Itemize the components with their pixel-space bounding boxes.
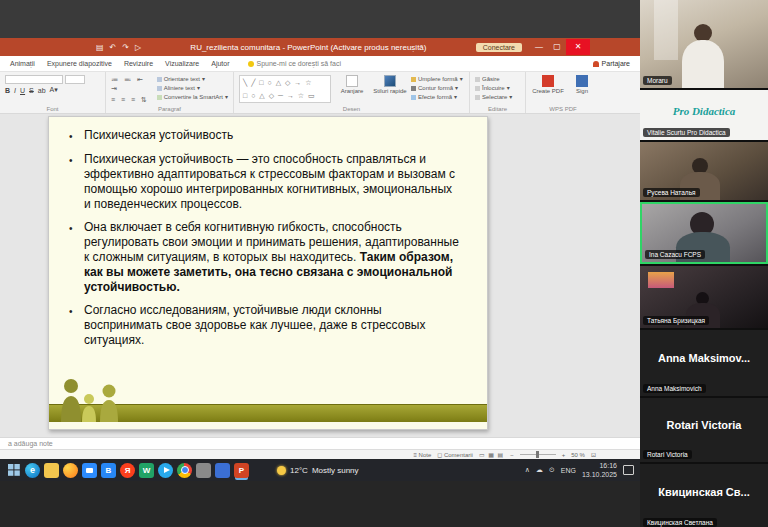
participants-panel: Moraru Pro Didactica Vitalie Scurtu Pro …: [640, 0, 768, 527]
zoom-app-icon[interactable]: [82, 463, 97, 478]
powerpoint-taskbar-icon[interactable]: P: [234, 463, 249, 478]
word-icon[interactable]: W: [139, 463, 154, 478]
file-explorer-icon[interactable]: [44, 463, 59, 478]
lightbulb-icon: [248, 61, 254, 67]
sign-icon: [576, 75, 588, 87]
weather-widget[interactable]: 12°C Mostly sunny: [277, 466, 359, 475]
firefox-icon[interactable]: [63, 463, 78, 478]
slide-text-block[interactable]: • Психическая устойчивость • Психическая…: [49, 117, 487, 348]
clock[interactable]: 16:16 13.10.2025: [582, 461, 617, 479]
shapes-gallery[interactable]: ╲ ╱ □ ○ △ ◇ → ☆□ ○ △ ◇ ─ → ☆ ▭: [239, 75, 331, 103]
participant-name-chip: Русева Наталья: [643, 188, 700, 197]
comments-toggle[interactable]: ◻ Comentarii: [437, 451, 473, 458]
weather-condition: Mostly sunny: [312, 466, 359, 475]
language-indicator[interactable]: ENG: [561, 467, 576, 474]
participant-display-name: Rotari Victoria: [667, 419, 742, 431]
minimize-button[interactable]: —: [530, 39, 548, 55]
wps-pdf-group: Create PDF Sign WPS PDF: [526, 72, 600, 113]
font-size-combo[interactable]: [65, 75, 85, 84]
volume-icon[interactable]: ⊙: [549, 466, 555, 474]
sign-button[interactable]: Sign: [569, 75, 595, 94]
bullet-item: • Психическая устойчивость — это способн…: [69, 152, 461, 212]
participant-tile[interactable]: Pro Didactica Vitalie Scurtu Pro Didacti…: [640, 90, 768, 140]
select-button[interactable]: Selectare ▾: [475, 93, 512, 101]
shape-fill-button[interactable]: Umplere formă ▾: [411, 75, 463, 83]
bullet-item: • Согласно исследованиям, устойчивые люд…: [69, 303, 461, 348]
participant-tile[interactable]: Татьяна Бризицкая: [640, 266, 768, 328]
date: 13.10.2025: [582, 470, 617, 479]
drawing-group: ╲ ╱ □ ○ △ ◇ → ☆□ ○ △ ◇ ─ → ☆ ▭ Aranjare …: [234, 72, 470, 113]
align-buttons[interactable]: ≡ ≡ ≡ ⇅: [111, 95, 153, 104]
start-button[interactable]: [6, 463, 21, 478]
tab-slideshow[interactable]: Expunere diapozitive: [47, 60, 112, 67]
arrange-button[interactable]: Aranjare: [335, 75, 369, 94]
notes-panel[interactable]: a adăuga note: [0, 437, 640, 449]
sign-in-button[interactable]: Conectare: [476, 43, 522, 52]
find-button[interactable]: Găsire: [475, 75, 512, 83]
undo-icon[interactable]: ↶: [110, 43, 117, 52]
ribbon: BIUSabA▾ Font ≔ ≕ ⇤ ⇥ ≡ ≡ ≡ ⇅ Orientare …: [0, 72, 640, 114]
pro-didactica-logo: Pro Didactica: [673, 105, 736, 117]
font-name-combo[interactable]: [5, 75, 63, 84]
paragraph-group: ≔ ≕ ⇤ ⇥ ≡ ≡ ≡ ⇅ Orientare text ▾ Alinier…: [106, 72, 234, 113]
powerpoint-window: ▤ ↶ ↷ ▷ RU_rezilienta comunitara - Power…: [0, 38, 640, 459]
chrome-icon[interactable]: [177, 463, 192, 478]
participant-tile[interactable]: Moraru: [640, 0, 768, 88]
ppt-titlebar: ▤ ↶ ↷ ▷ RU_rezilienta comunitara - Power…: [0, 38, 640, 56]
notification-center-icon[interactable]: [623, 465, 634, 475]
notes-toggle[interactable]: ≡ Note: [413, 452, 431, 458]
participant-tile-active-speaker[interactable]: Ina Cazacu FCPS: [640, 202, 768, 264]
app-icon[interactable]: [215, 463, 230, 478]
tab-help[interactable]: Ajutor: [211, 60, 229, 67]
create-pdf-button[interactable]: Create PDF: [531, 75, 565, 94]
participant-tile[interactable]: Rotari Victoria Rotari Victoria: [640, 398, 768, 462]
text-direction-button[interactable]: Orientare text ▾: [157, 75, 228, 83]
editing-group: Găsire Înlocuire ▾ Selectare ▾ Editare: [470, 72, 526, 113]
weather-temp: 12°C: [290, 466, 308, 475]
fit-slide-button[interactable]: ⊡: [591, 451, 596, 458]
share-button[interactable]: Partajare: [593, 60, 630, 67]
system-tray: ∧ ☁ ⊙ ENG 16:16 13.10.2025: [525, 461, 634, 479]
zoom-out-button[interactable]: −: [510, 452, 514, 458]
yandex-icon[interactable]: Я: [120, 463, 135, 478]
participant-tile[interactable]: Anna Maksimov... Anna Maksimovich: [640, 330, 768, 396]
start-presentation-icon[interactable]: ▷: [135, 43, 141, 52]
participant-name-chip: Vitalie Scurtu Pro Didactica: [643, 128, 730, 137]
slide-canvas[interactable]: • Психическая устойчивость • Психическая…: [48, 116, 488, 430]
quick-styles-icon: [384, 75, 396, 87]
telegram-icon[interactable]: [158, 463, 173, 478]
replace-button[interactable]: Înlocuire ▾: [475, 84, 512, 92]
zoom-level[interactable]: 50 %: [571, 452, 585, 458]
list-buttons[interactable]: ≔ ≕ ⇤ ⇥: [111, 75, 153, 93]
zoom-slider[interactable]: [520, 454, 556, 455]
participant-tile[interactable]: Квицинская Св... Квицинская Светлана: [640, 464, 768, 527]
zoom-meeting-window: ▤ ↶ ↷ ▷ RU_rezilienta comunitara - Power…: [0, 0, 768, 527]
bullet-icon: •: [69, 128, 84, 144]
font-buttons[interactable]: BIUSabA▾: [5, 86, 85, 94]
shape-outline-button[interactable]: Contur formă ▾: [411, 84, 463, 92]
save-icon[interactable]: ▤: [96, 43, 104, 52]
view-buttons[interactable]: ▭ ▦ ▤: [479, 451, 504, 458]
bullet-item: • Она включает в себя когнитивную гибкос…: [69, 220, 461, 295]
tab-review[interactable]: Revizuire: [124, 60, 153, 67]
window-title: RU_rezilienta comunitara - PowerPoint (A…: [141, 43, 476, 52]
vk-icon[interactable]: B: [101, 463, 116, 478]
tell-me-box[interactable]: Spune-mi ce dorești să faci: [248, 60, 341, 67]
edge-icon[interactable]: e: [25, 463, 40, 478]
redo-icon[interactable]: ↷: [122, 43, 129, 52]
close-button[interactable]: ✕: [566, 39, 590, 55]
tab-animations[interactable]: Animații: [10, 60, 35, 67]
tray-chevron-icon[interactable]: ∧: [525, 466, 530, 474]
align-text-button[interactable]: Aliniere text ▾: [157, 84, 228, 92]
bullet-icon: •: [69, 220, 84, 295]
shape-effects-button[interactable]: Efecte formă ▾: [411, 93, 463, 101]
participant-name-chip: Rotari Victoria: [643, 450, 692, 459]
participant-tile[interactable]: Русева Наталья: [640, 142, 768, 200]
tab-view[interactable]: Vizualizare: [165, 60, 199, 67]
app-icon[interactable]: [196, 463, 211, 478]
zoom-in-button[interactable]: +: [562, 452, 566, 458]
convert-smartart-button[interactable]: Convertire la SmartArt ▾: [157, 93, 228, 101]
cloud-icon[interactable]: ☁: [536, 466, 543, 474]
quick-styles-button[interactable]: Stiluri rapide: [373, 75, 407, 94]
maximize-button[interactable]: ▢: [548, 39, 566, 55]
